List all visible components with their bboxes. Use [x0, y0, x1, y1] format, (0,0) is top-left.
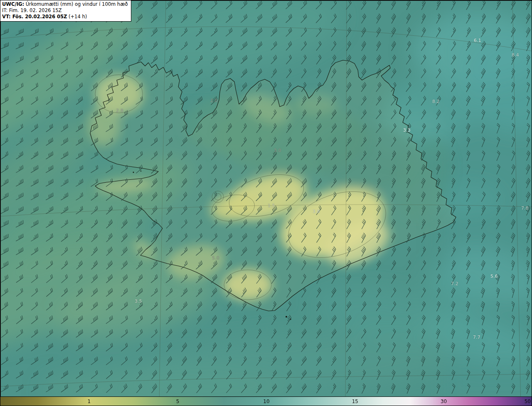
colorbar-tick: 30: [441, 399, 447, 404]
colorbar-tick: 10: [263, 399, 269, 404]
valid-offset: (+14 h): [67, 14, 87, 20]
product-title-line: UWC/IG: Úrkomumætti (mm) og vindur í 100…: [2, 1, 128, 7]
weather-chart: 6.18.48.22.83.33.02.07.83.81.55.05.67.23…: [0, 0, 532, 406]
map-canvas: 6.18.48.22.83.33.02.07.83.81.55.05.67.23…: [0, 0, 532, 397]
colorbar-tick: 5: [176, 399, 180, 404]
colorbar-tick: 50: [525, 399, 531, 404]
colorbar-tick: 1: [88, 399, 91, 404]
precipitation-wind-map: [0, 0, 532, 397]
colorbar-tick: 15: [352, 399, 358, 404]
map-title-box: UWC/IG: Úrkomumætti (mm) og vindur í 100…: [0, 0, 131, 22]
valid-time: VT: Fös. 20.02.2026 05Z: [2, 14, 67, 20]
product-label: UWC/IG:: [2, 1, 24, 7]
product-title: Úrkomumætti (mm) og vindur í 100m hæð: [24, 1, 128, 7]
colorbar: 1510153050: [0, 396, 532, 406]
init-time-line: IT: Fim. 19. 02. 2026 15Z: [2, 7, 128, 14]
valid-time-line: VT: Fös. 20.02.2026 05Z (+14 h): [2, 14, 128, 20]
